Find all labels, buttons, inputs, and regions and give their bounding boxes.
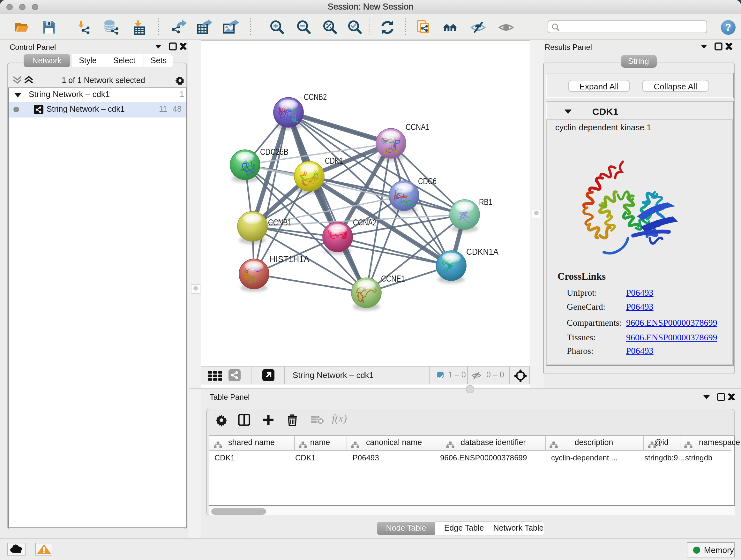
svg-text:CDC25B: CDC25B: [260, 147, 288, 157]
svg-text:CDKN1A: CDKN1A: [466, 247, 498, 256]
svg-text:HIST1H1A: HIST1H1A: [270, 254, 309, 264]
svg-text:CCNB1: CCNB1: [268, 217, 292, 227]
svg-text:CCNB2: CCNB2: [304, 92, 327, 102]
svg-text:CCNA1: CCNA1: [406, 122, 429, 132]
svg-text:CDC6: CDC6: [418, 176, 436, 186]
svg-text:CDK1: CDK1: [325, 156, 343, 165]
svg-text:CCNE1: CCNE1: [381, 273, 405, 283]
svg-text:CCNA2: CCNA2: [353, 217, 377, 227]
svg-text:?: ?: [725, 21, 731, 33]
svg-text:RB1: RB1: [479, 197, 492, 206]
